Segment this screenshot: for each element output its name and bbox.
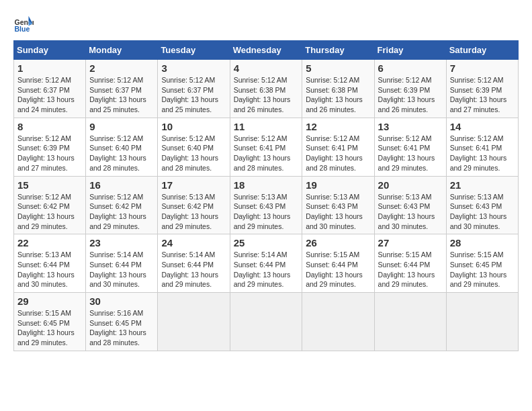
day-number: 18: [234, 179, 299, 191]
day-number: 23: [89, 237, 154, 248]
day-number: 9: [89, 121, 154, 132]
header-row: SundayMondayTuesdayWednesdayThursdayFrid…: [14, 41, 519, 60]
calendar-cell: 24Sunrise: 5:14 AMSunset: 6:44 PMDayligh…: [158, 234, 230, 293]
day-detail: Sunrise: 5:12 AMSunset: 6:41 PMDaylight:…: [306, 134, 363, 172]
day-number: 21: [450, 179, 515, 191]
calendar-cell: 14Sunrise: 5:12 AMSunset: 6:41 PMDayligh…: [446, 118, 518, 176]
calendar-cell: 27Sunrise: 5:15 AMSunset: 6:44 PMDayligh…: [374, 234, 446, 293]
calendar-cell: 4Sunrise: 5:12 AMSunset: 6:38 PMDaylight…: [230, 60, 302, 118]
page-header: General Blue: [13, 13, 519, 34]
calendar-cell: 16Sunrise: 5:12 AMSunset: 6:42 PMDayligh…: [86, 176, 158, 234]
header-day-thursday: Thursday: [302, 41, 374, 60]
calendar-cell: 1Sunrise: 5:12 AMSunset: 6:37 PMDaylight…: [14, 60, 86, 118]
day-detail: Sunrise: 5:14 AMSunset: 6:44 PMDaylight:…: [161, 250, 218, 288]
header-day-wednesday: Wednesday: [230, 41, 302, 60]
calendar-cell: 15Sunrise: 5:12 AMSunset: 6:42 PMDayligh…: [14, 176, 86, 234]
calendar-cell: 19Sunrise: 5:13 AMSunset: 6:43 PMDayligh…: [302, 176, 374, 234]
day-number: 29: [17, 295, 82, 307]
day-detail: Sunrise: 5:12 AMSunset: 6:37 PMDaylight:…: [161, 76, 218, 113]
calendar-cell: 20Sunrise: 5:13 AMSunset: 6:43 PMDayligh…: [374, 176, 446, 234]
calendar-cell: 2Sunrise: 5:12 AMSunset: 6:37 PMDaylight…: [86, 60, 158, 118]
header-day-friday: Friday: [374, 41, 446, 60]
logo: General Blue: [13, 13, 36, 34]
calendar-week-1: 1Sunrise: 5:12 AMSunset: 6:37 PMDaylight…: [14, 60, 519, 118]
day-number: 12: [306, 121, 370, 132]
day-number: 15: [17, 179, 82, 191]
calendar-header: SundayMondayTuesdayWednesdayThursdayFrid…: [14, 41, 519, 60]
day-detail: Sunrise: 5:12 AMSunset: 6:41 PMDaylight:…: [450, 134, 507, 172]
day-detail: Sunrise: 5:13 AMSunset: 6:43 PMDaylight:…: [378, 193, 435, 230]
calendar-cell: 22Sunrise: 5:13 AMSunset: 6:44 PMDayligh…: [14, 234, 86, 293]
header-day-monday: Monday: [86, 41, 158, 60]
calendar-cell: 17Sunrise: 5:13 AMSunset: 6:42 PMDayligh…: [158, 176, 230, 234]
day-number: 2: [89, 62, 154, 74]
day-detail: Sunrise: 5:13 AMSunset: 6:43 PMDaylight:…: [450, 193, 507, 230]
calendar-week-5: 29Sunrise: 5:15 AMSunset: 6:45 PMDayligh…: [14, 293, 519, 351]
day-number: 20: [378, 179, 443, 191]
calendar-cell: 28Sunrise: 5:15 AMSunset: 6:45 PMDayligh…: [446, 234, 518, 293]
day-detail: Sunrise: 5:12 AMSunset: 6:38 PMDaylight:…: [234, 76, 291, 113]
calendar-cell: 26Sunrise: 5:15 AMSunset: 6:44 PMDayligh…: [302, 234, 374, 293]
day-number: 1: [17, 62, 82, 74]
calendar-cell: [374, 293, 446, 351]
day-number: 26: [306, 237, 370, 248]
day-number: 16: [89, 179, 154, 191]
day-number: 30: [89, 295, 154, 307]
day-detail: Sunrise: 5:12 AMSunset: 6:41 PMDaylight:…: [378, 134, 435, 172]
day-number: 10: [161, 121, 226, 132]
day-detail: Sunrise: 5:12 AMSunset: 6:37 PMDaylight:…: [17, 76, 75, 113]
calendar-cell: [230, 293, 302, 351]
day-number: 27: [378, 237, 443, 248]
logo-icon: General Blue: [13, 13, 34, 34]
day-number: 7: [450, 62, 515, 74]
calendar-cell: [158, 293, 230, 351]
day-number: 22: [17, 237, 82, 248]
calendar-cell: 12Sunrise: 5:12 AMSunset: 6:41 PMDayligh…: [302, 118, 374, 176]
day-detail: Sunrise: 5:13 AMSunset: 6:43 PMDaylight:…: [234, 193, 291, 230]
day-detail: Sunrise: 5:13 AMSunset: 6:43 PMDaylight:…: [306, 193, 363, 230]
day-detail: Sunrise: 5:14 AMSunset: 6:44 PMDaylight:…: [234, 250, 291, 288]
calendar-week-4: 22Sunrise: 5:13 AMSunset: 6:44 PMDayligh…: [14, 234, 519, 293]
day-number: 5: [306, 62, 370, 74]
day-number: 19: [306, 179, 370, 191]
day-number: 4: [234, 62, 299, 74]
calendar-cell: 11Sunrise: 5:12 AMSunset: 6:41 PMDayligh…: [230, 118, 302, 176]
calendar-cell: 21Sunrise: 5:13 AMSunset: 6:43 PMDayligh…: [446, 176, 518, 234]
day-detail: Sunrise: 5:12 AMSunset: 6:40 PMDaylight:…: [161, 134, 218, 172]
calendar-cell: 25Sunrise: 5:14 AMSunset: 6:44 PMDayligh…: [230, 234, 302, 293]
calendar-cell: 7Sunrise: 5:12 AMSunset: 6:39 PMDaylight…: [446, 60, 518, 118]
day-detail: Sunrise: 5:15 AMSunset: 6:44 PMDaylight:…: [378, 250, 435, 288]
day-detail: Sunrise: 5:12 AMSunset: 6:39 PMDaylight:…: [378, 76, 435, 113]
day-detail: Sunrise: 5:16 AMSunset: 6:45 PMDaylight:…: [89, 309, 146, 347]
calendar-cell: [446, 293, 518, 351]
day-detail: Sunrise: 5:12 AMSunset: 6:42 PMDaylight:…: [17, 193, 75, 230]
calendar-cell: 6Sunrise: 5:12 AMSunset: 6:39 PMDaylight…: [374, 60, 446, 118]
day-number: 8: [17, 121, 82, 132]
calendar-cell: 29Sunrise: 5:15 AMSunset: 6:45 PMDayligh…: [14, 293, 86, 351]
calendar-cell: 13Sunrise: 5:12 AMSunset: 6:41 PMDayligh…: [374, 118, 446, 176]
day-number: 25: [234, 237, 299, 248]
day-detail: Sunrise: 5:13 AMSunset: 6:42 PMDaylight:…: [161, 193, 218, 230]
day-detail: Sunrise: 5:12 AMSunset: 6:37 PMDaylight:…: [89, 76, 146, 113]
day-detail: Sunrise: 5:12 AMSunset: 6:42 PMDaylight:…: [89, 193, 146, 230]
day-detail: Sunrise: 5:15 AMSunset: 6:44 PMDaylight:…: [306, 250, 363, 288]
calendar-cell: 18Sunrise: 5:13 AMSunset: 6:43 PMDayligh…: [230, 176, 302, 234]
calendar-body: 1Sunrise: 5:12 AMSunset: 6:37 PMDaylight…: [14, 60, 519, 351]
day-detail: Sunrise: 5:12 AMSunset: 6:39 PMDaylight:…: [450, 76, 507, 113]
calendar-week-2: 8Sunrise: 5:12 AMSunset: 6:39 PMDaylight…: [14, 118, 519, 176]
calendar-cell: 8Sunrise: 5:12 AMSunset: 6:39 PMDaylight…: [14, 118, 86, 176]
day-detail: Sunrise: 5:15 AMSunset: 6:45 PMDaylight:…: [17, 309, 75, 347]
day-detail: Sunrise: 5:12 AMSunset: 6:38 PMDaylight:…: [306, 76, 363, 113]
header-day-tuesday: Tuesday: [158, 41, 230, 60]
header-day-sunday: Sunday: [14, 41, 86, 60]
day-number: 24: [161, 237, 226, 248]
day-number: 6: [378, 62, 443, 74]
calendar-cell: 23Sunrise: 5:14 AMSunset: 6:44 PMDayligh…: [86, 234, 158, 293]
calendar-cell: [302, 293, 374, 351]
day-detail: Sunrise: 5:12 AMSunset: 6:40 PMDaylight:…: [89, 134, 146, 172]
calendar-cell: 9Sunrise: 5:12 AMSunset: 6:40 PMDaylight…: [86, 118, 158, 176]
day-number: 28: [450, 237, 515, 248]
calendar-table: SundayMondayTuesdayWednesdayThursdayFrid…: [13, 40, 519, 351]
day-detail: Sunrise: 5:12 AMSunset: 6:41 PMDaylight:…: [234, 134, 291, 172]
day-number: 11: [234, 121, 299, 132]
